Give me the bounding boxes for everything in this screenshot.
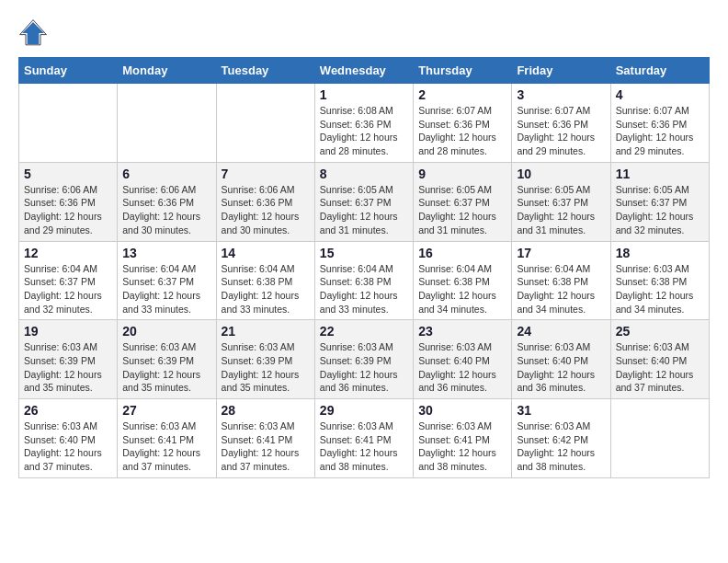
logo-icon xyxy=(18,18,48,48)
day-number: 2 xyxy=(418,87,506,102)
day-info: Sunrise: 6:04 AMSunset: 6:37 PMDaylight:… xyxy=(24,262,112,316)
day-info: Sunrise: 6:03 AMSunset: 6:39 PMDaylight:… xyxy=(320,340,408,395)
day-number: 24 xyxy=(517,324,605,339)
day-number: 14 xyxy=(222,246,310,260)
logo xyxy=(18,18,51,48)
day-number: 31 xyxy=(517,403,605,418)
day-number: 17 xyxy=(517,246,605,260)
calendar-cell: 23Sunrise: 6:03 AMSunset: 6:40 PMDayligh… xyxy=(414,320,512,399)
calendar-cell: 3Sunrise: 6:07 AMSunset: 6:36 PMDaylight… xyxy=(512,84,610,163)
calendar-cell: 17Sunrise: 6:04 AMSunset: 6:38 PMDayligh… xyxy=(512,241,610,320)
calendar-cell: 11Sunrise: 6:05 AMSunset: 6:37 PMDayligh… xyxy=(610,162,709,241)
day-number: 30 xyxy=(418,403,506,418)
header-friday: Friday xyxy=(512,58,610,84)
calendar-table: SundayMondayTuesdayWednesdayThursdayFrid… xyxy=(18,57,710,478)
day-info: Sunrise: 6:03 AMSunset: 6:39 PMDaylight:… xyxy=(24,340,112,395)
day-info: Sunrise: 6:04 AMSunset: 6:38 PMDaylight:… xyxy=(320,262,408,316)
calendar-cell: 15Sunrise: 6:04 AMSunset: 6:38 PMDayligh… xyxy=(314,241,413,320)
day-info: Sunrise: 6:04 AMSunset: 6:38 PMDaylight:… xyxy=(222,262,310,316)
day-info: Sunrise: 6:05 AMSunset: 6:37 PMDaylight:… xyxy=(320,183,408,237)
day-info: Sunrise: 6:07 AMSunset: 6:36 PMDaylight:… xyxy=(418,104,506,158)
calendar-cell: 6Sunrise: 6:06 AMSunset: 6:36 PMDaylight… xyxy=(118,162,216,241)
day-info: Sunrise: 6:03 AMSunset: 6:41 PMDaylight:… xyxy=(320,419,408,474)
calendar-cell xyxy=(610,399,709,478)
day-number: 18 xyxy=(616,246,704,260)
week-row-3: 12Sunrise: 6:04 AMSunset: 6:37 PMDayligh… xyxy=(19,241,710,320)
calendar-cell: 20Sunrise: 6:03 AMSunset: 6:39 PMDayligh… xyxy=(118,320,216,399)
day-number: 15 xyxy=(320,246,408,260)
day-number: 12 xyxy=(24,246,112,260)
day-number: 4 xyxy=(616,87,704,102)
header-wednesday: Wednesday xyxy=(314,58,413,84)
calendar-cell: 1Sunrise: 6:08 AMSunset: 6:36 PMDaylight… xyxy=(314,84,413,163)
day-info: Sunrise: 6:03 AMSunset: 6:40 PMDaylight:… xyxy=(418,340,506,395)
calendar-cell: 10Sunrise: 6:05 AMSunset: 6:37 PMDayligh… xyxy=(512,162,610,241)
week-row-4: 19Sunrise: 6:03 AMSunset: 6:39 PMDayligh… xyxy=(19,320,710,399)
day-info: Sunrise: 6:08 AMSunset: 6:36 PMDaylight:… xyxy=(320,104,408,158)
calendar-cell: 7Sunrise: 6:06 AMSunset: 6:36 PMDaylight… xyxy=(216,162,314,241)
day-info: Sunrise: 6:04 AMSunset: 6:38 PMDaylight:… xyxy=(517,262,605,316)
day-number: 9 xyxy=(418,167,506,181)
calendar-cell: 28Sunrise: 6:03 AMSunset: 6:41 PMDayligh… xyxy=(216,399,314,478)
calendar-cell: 16Sunrise: 6:04 AMSunset: 6:38 PMDayligh… xyxy=(414,241,512,320)
calendar-cell: 18Sunrise: 6:03 AMSunset: 6:38 PMDayligh… xyxy=(610,241,709,320)
header-thursday: Thursday xyxy=(414,58,512,84)
week-row-5: 26Sunrise: 6:03 AMSunset: 6:40 PMDayligh… xyxy=(19,399,710,478)
calendar-cell: 2Sunrise: 6:07 AMSunset: 6:36 PMDaylight… xyxy=(414,84,512,163)
calendar-cell: 12Sunrise: 6:04 AMSunset: 6:37 PMDayligh… xyxy=(19,241,118,320)
calendar-cell: 29Sunrise: 6:03 AMSunset: 6:41 PMDayligh… xyxy=(314,399,413,478)
week-row-1: 1Sunrise: 6:08 AMSunset: 6:36 PMDaylight… xyxy=(19,84,710,163)
day-info: Sunrise: 6:03 AMSunset: 6:38 PMDaylight:… xyxy=(616,262,704,316)
header-sunday: Sunday xyxy=(19,58,118,84)
calendar-cell: 13Sunrise: 6:04 AMSunset: 6:37 PMDayligh… xyxy=(118,241,216,320)
day-number: 27 xyxy=(122,403,210,418)
day-info: Sunrise: 6:05 AMSunset: 6:37 PMDaylight:… xyxy=(616,183,704,237)
calendar-cell: 9Sunrise: 6:05 AMSunset: 6:37 PMDaylight… xyxy=(414,162,512,241)
day-info: Sunrise: 6:03 AMSunset: 6:39 PMDaylight:… xyxy=(122,340,210,395)
day-info: Sunrise: 6:03 AMSunset: 6:39 PMDaylight:… xyxy=(222,340,310,395)
day-info: Sunrise: 6:05 AMSunset: 6:37 PMDaylight:… xyxy=(418,183,506,237)
day-number: 3 xyxy=(517,87,605,102)
calendar-cell xyxy=(118,84,216,163)
page-header xyxy=(18,18,710,48)
day-number: 1 xyxy=(320,87,408,102)
calendar-cell xyxy=(216,84,314,163)
day-number: 29 xyxy=(320,403,408,418)
calendar-cell: 21Sunrise: 6:03 AMSunset: 6:39 PMDayligh… xyxy=(216,320,314,399)
calendar-cell: 31Sunrise: 6:03 AMSunset: 6:42 PMDayligh… xyxy=(512,399,610,478)
day-number: 16 xyxy=(418,246,506,260)
day-number: 19 xyxy=(24,324,112,339)
calendar-cell: 5Sunrise: 6:06 AMSunset: 6:36 PMDaylight… xyxy=(19,162,118,241)
day-number: 8 xyxy=(320,167,408,181)
calendar-cell: 27Sunrise: 6:03 AMSunset: 6:41 PMDayligh… xyxy=(118,399,216,478)
day-info: Sunrise: 6:03 AMSunset: 6:40 PMDaylight:… xyxy=(24,419,112,474)
day-number: 26 xyxy=(24,403,112,418)
day-number: 21 xyxy=(222,324,310,339)
day-number: 23 xyxy=(418,324,506,339)
calendar-cell: 30Sunrise: 6:03 AMSunset: 6:41 PMDayligh… xyxy=(414,399,512,478)
day-number: 13 xyxy=(122,246,210,260)
day-number: 6 xyxy=(122,167,210,181)
calendar-cell: 26Sunrise: 6:03 AMSunset: 6:40 PMDayligh… xyxy=(19,399,118,478)
day-info: Sunrise: 6:04 AMSunset: 6:38 PMDaylight:… xyxy=(418,262,506,316)
calendar-cell: 22Sunrise: 6:03 AMSunset: 6:39 PMDayligh… xyxy=(314,320,413,399)
day-info: Sunrise: 6:03 AMSunset: 6:40 PMDaylight:… xyxy=(517,340,605,395)
day-number: 5 xyxy=(24,167,112,181)
day-info: Sunrise: 6:03 AMSunset: 6:41 PMDaylight:… xyxy=(122,419,210,474)
calendar-body: 1Sunrise: 6:08 AMSunset: 6:36 PMDaylight… xyxy=(19,84,710,478)
calendar-cell: 19Sunrise: 6:03 AMSunset: 6:39 PMDayligh… xyxy=(19,320,118,399)
calendar-cell: 4Sunrise: 6:07 AMSunset: 6:36 PMDaylight… xyxy=(610,84,709,163)
calendar-cell: 14Sunrise: 6:04 AMSunset: 6:38 PMDayligh… xyxy=(216,241,314,320)
day-number: 22 xyxy=(320,324,408,339)
calendar-cell: 8Sunrise: 6:05 AMSunset: 6:37 PMDaylight… xyxy=(314,162,413,241)
calendar-cell xyxy=(19,84,118,163)
day-info: Sunrise: 6:03 AMSunset: 6:41 PMDaylight:… xyxy=(418,419,506,474)
header-tuesday: Tuesday xyxy=(216,58,314,84)
calendar-cell: 25Sunrise: 6:03 AMSunset: 6:40 PMDayligh… xyxy=(610,320,709,399)
day-info: Sunrise: 6:03 AMSunset: 6:41 PMDaylight:… xyxy=(222,419,310,474)
day-info: Sunrise: 6:06 AMSunset: 6:36 PMDaylight:… xyxy=(222,183,310,237)
calendar-cell: 24Sunrise: 6:03 AMSunset: 6:40 PMDayligh… xyxy=(512,320,610,399)
week-row-2: 5Sunrise: 6:06 AMSunset: 6:36 PMDaylight… xyxy=(19,162,710,241)
day-info: Sunrise: 6:03 AMSunset: 6:42 PMDaylight:… xyxy=(517,419,605,474)
day-info: Sunrise: 6:07 AMSunset: 6:36 PMDaylight:… xyxy=(517,104,605,158)
